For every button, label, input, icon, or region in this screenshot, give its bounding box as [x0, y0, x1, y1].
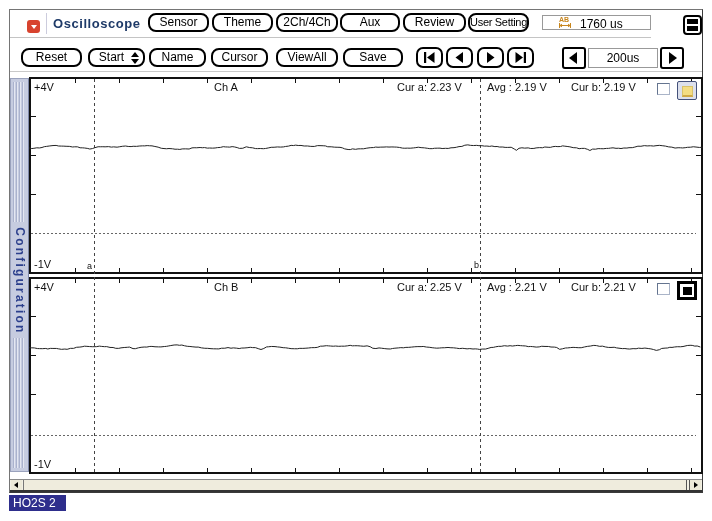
- svg-text:AB: AB: [559, 16, 569, 23]
